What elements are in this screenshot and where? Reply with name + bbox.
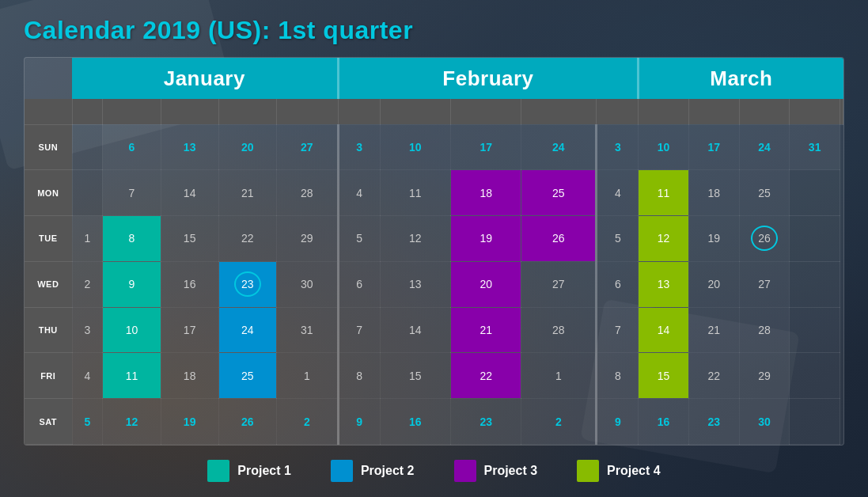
jan-tue-w1: 1: [72, 216, 103, 262]
feb-wed-w3: 20: [450, 261, 521, 307]
feb-sat-w4: 2: [521, 399, 597, 445]
jan-sun-w1: [72, 124, 103, 170]
jan-mon-w2: 7: [103, 170, 161, 216]
month-march: March: [639, 58, 843, 99]
mar-thu-w3: 21: [688, 307, 739, 353]
mar-tue-w2: 12: [639, 216, 689, 262]
feb-sun-w3: 17: [450, 124, 521, 170]
month-january: January: [72, 58, 338, 99]
legend-project1: Project 1: [207, 460, 291, 482]
feb-thu-w1: 7: [338, 307, 380, 353]
row-fri: FRI 4 11 18 25 1 8 15 22 1 8 15 22 29: [25, 353, 843, 399]
jan-thu-w2: 10: [103, 307, 161, 353]
row-thu: THU 3 10 17 24 31 7 14 21 28 7 14 21: [25, 307, 843, 353]
mar-wed-w1: 6: [597, 261, 639, 307]
feb-mon-w2: 11: [380, 170, 450, 216]
mar-w2: [639, 99, 689, 124]
feb-mon-w4: 25: [521, 170, 597, 216]
corner-dow: [25, 99, 72, 124]
dow-thu: THU: [25, 307, 72, 353]
feb-thu-w4: 28: [521, 307, 597, 353]
mar-w3: [688, 99, 739, 124]
feb-tue-w1: 5: [338, 216, 380, 262]
jan-w3: [161, 99, 218, 124]
jan-w5: [276, 99, 338, 124]
corner-cell: [25, 58, 72, 99]
jan-fri-w1: 4: [72, 353, 103, 399]
jan-thu-w1: 3: [72, 307, 103, 353]
legend-color-project4: [577, 460, 599, 482]
mar-thu-w2: 14: [639, 307, 689, 353]
mar-tue-w5: [790, 216, 840, 262]
jan-thu-w3: 17: [161, 307, 218, 353]
mar-mon-w2: 11: [639, 170, 689, 216]
legend-project2: Project 2: [331, 460, 415, 482]
month-header-row: January February March: [25, 58, 843, 99]
feb-sun-w1: 3: [338, 124, 380, 170]
mar-mon-w1: 4: [597, 170, 639, 216]
mar-sat-w1: 9: [597, 399, 639, 445]
mar-wed-w5: [790, 261, 840, 307]
dow-sun: SUN: [25, 124, 72, 170]
mar-w4: [739, 99, 790, 124]
feb-fri-w3: 22: [450, 353, 521, 399]
mar-sun-w3: 17: [688, 124, 739, 170]
mar-mon-w5: [790, 170, 840, 216]
row-wed: WED 2 9 16 23 30 6 13 20 27 6 13 20 2: [25, 261, 843, 307]
mar-mon-w3: 18: [688, 170, 739, 216]
feb-thu-w3: 21: [450, 307, 521, 353]
legend-color-project1: [207, 460, 229, 482]
mar-sun-w5: 31: [790, 124, 840, 170]
feb-w2: [380, 99, 450, 124]
jan-thu-w5: 31: [276, 307, 338, 353]
mar-fri-w4: 29: [739, 353, 790, 399]
jan-w1: [72, 99, 103, 124]
calendar-table: January February March: [25, 58, 843, 445]
mar-fri-w1: 8: [597, 353, 639, 399]
jan-sat-w4: 26: [218, 399, 276, 445]
dow-sat: SAT: [25, 399, 72, 445]
jan-wed-w4: 23: [218, 261, 276, 307]
feb-thu-w2: 14: [380, 307, 450, 353]
mar-sun-w2: 10: [639, 124, 689, 170]
jan-sun-w5: 27: [276, 124, 338, 170]
mar-sat-w3: 23: [688, 399, 739, 445]
legend-label-project2: Project 2: [361, 464, 415, 478]
main-container: Calendar 2019 (US): 1st quarter January …: [0, 0, 868, 497]
jan-wed-w2: 9: [103, 261, 161, 307]
mar-sun-w1: 3: [597, 124, 639, 170]
jan-tue-w2: 8: [103, 216, 161, 262]
mar-sat-w2: 16: [639, 399, 689, 445]
feb-tue-w3: 19: [450, 216, 521, 262]
mar-w1: [597, 99, 639, 124]
jan-tue-w3: 15: [161, 216, 218, 262]
legend-color-project2: [331, 460, 353, 482]
mar-thu-w5: [790, 307, 840, 353]
page-title: Calendar 2019 (US): 1st quarter: [24, 16, 844, 45]
legend-project4: Project 4: [577, 460, 661, 482]
jan-sat-w5: 2: [276, 399, 338, 445]
mar-fri-w5: [790, 353, 840, 399]
dow-fri: FRI: [25, 353, 72, 399]
jan-w4: [218, 99, 276, 124]
mar-fri-w2: 15: [639, 353, 689, 399]
jan-tue-w5: 29: [276, 216, 338, 262]
feb-wed-w1: 6: [338, 261, 380, 307]
legend-label-project1: Project 1: [237, 464, 291, 478]
feb-w3: [450, 99, 521, 124]
mar-mon-w4: 25: [739, 170, 790, 216]
legend-color-project3: [454, 460, 476, 482]
feb-sat-w1: 9: [338, 399, 380, 445]
row-mon: MON 7 14 21 28 4 11 18 25 4 11 18 25: [25, 170, 843, 216]
jan-w2: [103, 99, 161, 124]
mar-wed-w2: 13: [639, 261, 689, 307]
jan-sat-w1: 5: [72, 399, 103, 445]
legend-project3: Project 3: [454, 460, 538, 482]
feb-fri-w4: 1: [521, 353, 597, 399]
feb-sun-w2: 10: [380, 124, 450, 170]
jan-mon-w5: 28: [276, 170, 338, 216]
mar-sat-w5: [790, 399, 840, 445]
jan-sat-w2: 12: [103, 399, 161, 445]
row-sun: SUN 6 13 20 27 3 10 17 24 3 10 17 24: [25, 124, 843, 170]
jan-mon-w1: [72, 170, 103, 216]
